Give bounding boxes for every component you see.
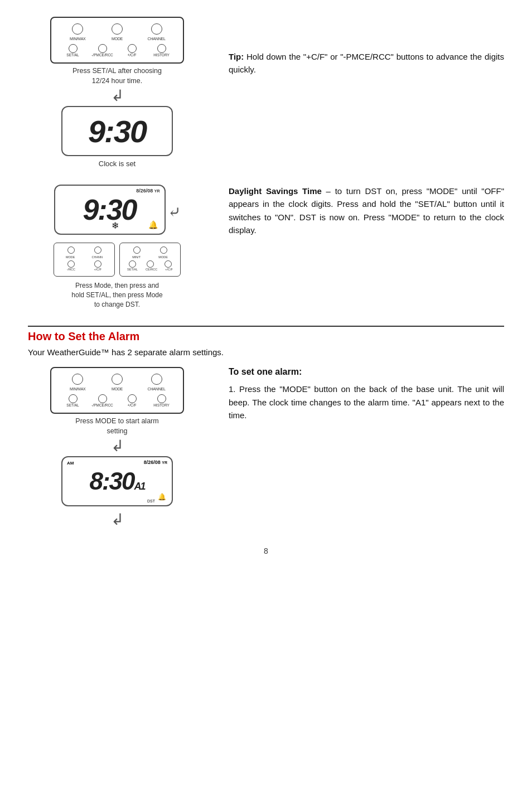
clock-set-right: Tip: Hold down the "+C/F" or "-PMCE/RCC"…: [206, 17, 504, 76]
history-label: HISTORY: [148, 53, 176, 57]
tip-title: Tip:: [229, 52, 244, 61]
alarm-history-btn: [157, 394, 166, 403]
alarm-pmce-btn: [98, 394, 107, 403]
alarm-device-illustration: MIN/MAX MODE CHANNEL SET/AL -/PMCE/RCC +…: [50, 367, 184, 414]
alarm-channel-lbl: CHANNEL: [146, 387, 168, 391]
dst-clock-row: 8/26/08 YR 9:30 ❄ 🔔 ⤶: [54, 185, 181, 239]
alarm-bottom-button-row: [58, 394, 176, 403]
tip-body: Hold down the "+C/F" or "-PMCE/RCC" butt…: [229, 52, 504, 74]
alarm-right: To set one alarm: 1. Press the "MODE" bu…: [206, 367, 504, 422]
dst-cf3-btn: [165, 260, 172, 268]
alarm-a1-label: A1: [134, 481, 145, 492]
alarm-arrow-down-icon: ↲: [111, 438, 124, 454]
clock-is-set-label: Clock is set: [99, 159, 136, 168]
alarm-cf-lbl: +/C/F: [118, 403, 146, 407]
dst-right-btn-row: [123, 246, 177, 254]
dst-clock-display: 8/26/08 YR 9:30 ❄ 🔔: [54, 185, 166, 235]
cf-button: [128, 44, 137, 53]
dst-setal-lbl: SET/AL: [127, 268, 138, 271]
dst-cf2-lbl: +/C/F: [94, 268, 102, 271]
arrow-down-icon: ↲: [111, 88, 124, 104]
alarm-bell-icon: 🔔: [148, 220, 158, 229]
dst-left-labels: MODE CHANN: [57, 255, 111, 259]
alarm-history-lbl: HISTORY: [148, 403, 176, 407]
alarm-setal-btn: [69, 394, 78, 403]
dst-devices-row: MODE CHANN -/RCC +/C/F MIN/T: [54, 243, 181, 277]
alarm-bottom-labels: SET/AL -/PMCE/RCC +/C/F HISTORY: [58, 403, 176, 407]
alarm-channel-btn: [151, 374, 162, 385]
dst-date-overlay: 8/26/08 YR: [136, 188, 159, 194]
alarm-clock-time-value: 8:30A1: [89, 467, 144, 495]
alarm-header: How to Set the Alarm: [28, 326, 504, 343]
alarm-dst-label: DST: [147, 499, 155, 503]
dst-left-labels2: -/RCC +/C/F: [57, 268, 111, 271]
alarm-top-labels: MIN/MAX MODE CHANNEL: [58, 387, 176, 391]
alarm-device-caption: Press MODE to start alarmsetting: [75, 417, 158, 436]
device-illustration-top: MIN/MAX MODE CHANNEL SET/AL -/PMCE/RCC +…: [50, 17, 184, 64]
dst-right: Daylight Savings Time – to turn DST on, …: [206, 185, 504, 236]
dst-rcc-lbl: -/RCC: [67, 268, 75, 271]
dst-mode2-lbl: MODE: [158, 255, 168, 259]
dst-device-right: MIN/T MODE SET/AL CE/RCC +/C/F: [119, 243, 181, 277]
dst-rcc-btn: [67, 260, 75, 268]
clock-display-set: 9:30: [61, 106, 173, 156]
alarm-top-button-row: [58, 374, 176, 385]
dst-side-arrow-icon: ⤶: [168, 203, 181, 221]
minmax-label: MIN/MAX: [66, 37, 89, 41]
alarm-pmce-lbl: -/PMCE/RCC: [89, 403, 117, 407]
tip-paragraph: Tip: Hold down the "+C/F" or "-PMCE/RCC"…: [229, 50, 504, 76]
dst-right-btn-row2: [123, 260, 177, 268]
dst-chann-btn: [94, 246, 101, 254]
top-button-row: [58, 23, 176, 35]
dst-title: Daylight Savings Time: [229, 186, 322, 196]
alarm-date-overlay: 8/26/08 YR: [144, 460, 167, 465]
dst-clock-wrapper: 8/26/08 YR 9:30 ❄ 🔔: [54, 185, 166, 239]
dst-mode-lbl: MODE: [66, 255, 75, 259]
dst-mint-btn: [133, 246, 141, 254]
pmce-button: [98, 44, 107, 53]
dst-mode2-btn: [160, 246, 167, 254]
setal-label: SET/AL: [59, 53, 87, 57]
alarm-bell-small-icon: 🔔: [158, 493, 166, 501]
dst-section: 8/26/08 YR 9:30 ❄ 🔔 ⤶ MODE CHANN: [28, 185, 504, 309]
setal-button: [69, 44, 78, 53]
top-button-labels: MIN/MAX MODE CHANNEL: [58, 37, 176, 41]
cf-label: +/C/F: [118, 53, 146, 57]
dst-mint-lbl: MIN/T: [132, 255, 141, 259]
alarm-section: MIN/MAX MODE CHANNEL SET/AL -/PMCE/RCC +…: [28, 367, 504, 530]
dst-mode-btn: [67, 246, 75, 254]
dst-setal2-btn: [129, 260, 136, 268]
dst-chann-lbl: CHANN: [91, 255, 103, 259]
dst-cercc-lbl: CE/RCC: [146, 268, 157, 271]
minmax-button: [72, 23, 83, 35]
dst-left: 8/26/08 YR 9:30 ❄ 🔔 ⤶ MODE CHANN: [28, 185, 206, 309]
dst-right-labels: MIN/T MODE: [123, 255, 177, 259]
snowflake-icon: ❄: [112, 220, 119, 231]
alarm-subtitle: Your WeatherGuide™ has 2 separate alarm …: [28, 347, 504, 357]
bottom-button-row: [58, 44, 176, 53]
alarm-mode-btn: [112, 374, 123, 385]
clock-set-left: MIN/MAX MODE CHANNEL SET/AL -/PMCE/RCC +…: [28, 17, 206, 168]
mode-label: MODE: [106, 37, 128, 41]
alarm-title: How to Set the Alarm: [28, 330, 504, 343]
alarm-instructions: 1. Press the "MODE" button on the back o…: [229, 383, 504, 422]
dst-cercc-btn: [147, 260, 154, 268]
alarm-sub-title: To set one alarm:: [229, 367, 504, 377]
dst-paragraph: Daylight Savings Time – to turn DST on, …: [229, 185, 504, 236]
alarm-am-label: AM: [67, 461, 74, 466]
alarm-left: MIN/MAX MODE CHANNEL SET/AL -/PMCE/RCC +…: [28, 367, 206, 530]
clock-set-caption: Press SET/AL after choosing12/24 hour ti…: [72, 66, 162, 86]
mode-button: [112, 23, 123, 35]
dst-left-btn-row2: [57, 260, 111, 268]
alarm-clock-display: AM 8/26/08 YR 8:30A1 🔔 DST: [61, 456, 173, 506]
dst-left-btn-row: [57, 246, 111, 254]
dst-clock-time: 9:30: [83, 193, 136, 226]
dst-caption: Press Mode, then press andhold SET/AL, t…: [71, 281, 162, 309]
dst-cf-btn: [94, 260, 101, 268]
dst-right-labels2: SET/AL CE/RCC +/C/F: [123, 268, 177, 271]
alarm-arrow-down2-icon: ↲: [111, 512, 124, 528]
alarm-cf-btn: [128, 394, 137, 403]
channel-label: CHANNEL: [146, 37, 168, 41]
history-button: [157, 44, 166, 53]
pmce-label: -/PMCE/RCC: [89, 53, 117, 57]
